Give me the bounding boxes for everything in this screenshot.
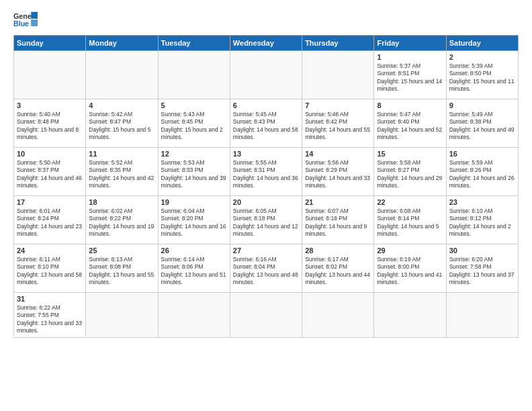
day-number: 12 (161, 150, 227, 158)
day-info: Sunrise: 5:56 AM Sunset: 8:29 PM Dayligh… (305, 159, 370, 189)
week-row-1: 3Sunrise: 5:40 AM Sunset: 8:48 PM Daylig… (14, 99, 519, 148)
day-info: Sunrise: 6:08 AM Sunset: 8:14 PM Dayligh… (377, 208, 439, 237)
day-number: 24 (17, 246, 83, 255)
day-number: 13 (233, 150, 299, 158)
day-info: Sunrise: 6:11 AM Sunset: 8:10 PM Dayligh… (17, 256, 82, 285)
day-number: 14 (305, 150, 371, 158)
day-info: Sunrise: 6:10 AM Sunset: 8:12 PM Dayligh… (449, 208, 511, 237)
day-info: Sunrise: 6:02 AM Sunset: 8:22 PM Dayligh… (89, 208, 154, 237)
day-number: 7 (305, 101, 371, 109)
day-number: 23 (449, 198, 515, 206)
day-info: Sunrise: 6:17 AM Sunset: 8:02 PM Dayligh… (305, 256, 370, 285)
day-info: Sunrise: 6:19 AM Sunset: 8:00 PM Dayligh… (377, 256, 442, 285)
header: General Blue (13, 11, 519, 30)
day-cell: 28Sunrise: 6:17 AM Sunset: 8:02 PM Dayli… (302, 244, 374, 293)
day-cell: 15Sunrise: 5:58 AM Sunset: 8:27 PM Dayli… (374, 148, 446, 196)
day-number: 18 (89, 198, 154, 206)
day-info: Sunrise: 5:58 AM Sunset: 8:27 PM Dayligh… (377, 159, 442, 189)
day-cell: 27Sunrise: 6:16 AM Sunset: 8:04 PM Dayli… (230, 244, 302, 293)
day-cell (158, 51, 230, 99)
day-info: Sunrise: 5:47 AM Sunset: 8:40 PM Dayligh… (377, 111, 442, 140)
svg-marker-3 (31, 19, 38, 26)
weekday-header-saturday: Saturday (446, 36, 518, 51)
day-number: 25 (89, 246, 154, 255)
day-info: Sunrise: 6:13 AM Sunset: 8:08 PM Dayligh… (89, 256, 154, 285)
weekday-header-tuesday: Tuesday (158, 36, 230, 51)
day-info: Sunrise: 5:45 AM Sunset: 8:43 PM Dayligh… (233, 111, 298, 140)
week-row-2: 10Sunrise: 5:50 AM Sunset: 8:37 PM Dayli… (14, 148, 519, 196)
day-cell (374, 293, 446, 338)
day-cell: 26Sunrise: 6:14 AM Sunset: 8:06 PM Dayli… (158, 244, 230, 293)
day-cell (86, 293, 158, 338)
day-number: 15 (377, 150, 443, 158)
day-number: 10 (17, 150, 83, 158)
day-info: Sunrise: 5:42 AM Sunset: 8:47 PM Dayligh… (89, 111, 150, 140)
day-cell (158, 293, 230, 338)
day-number: 19 (161, 198, 227, 206)
day-cell: 4Sunrise: 5:42 AM Sunset: 8:47 PM Daylig… (86, 99, 158, 148)
day-cell: 20Sunrise: 6:05 AM Sunset: 8:18 PM Dayli… (230, 196, 302, 244)
day-number: 8 (377, 101, 443, 109)
day-info: Sunrise: 5:49 AM Sunset: 8:38 PM Dayligh… (449, 111, 515, 140)
day-cell (446, 293, 518, 338)
day-info: Sunrise: 6:22 AM Sunset: 7:55 PM Dayligh… (17, 304, 82, 334)
day-number: 20 (233, 198, 299, 206)
weekday-header-monday: Monday (86, 36, 158, 51)
day-cell: 25Sunrise: 6:13 AM Sunset: 8:08 PM Dayli… (86, 244, 158, 293)
day-info: Sunrise: 5:46 AM Sunset: 8:42 PM Dayligh… (305, 111, 370, 140)
day-cell: 23Sunrise: 6:10 AM Sunset: 8:12 PM Dayli… (446, 196, 518, 244)
day-cell: 22Sunrise: 6:08 AM Sunset: 8:14 PM Dayli… (374, 196, 446, 244)
day-info: Sunrise: 5:50 AM Sunset: 8:37 PM Dayligh… (17, 159, 82, 189)
week-row-0: 1Sunrise: 5:37 AM Sunset: 8:51 PM Daylig… (14, 51, 519, 99)
day-info: Sunrise: 5:52 AM Sunset: 8:35 PM Dayligh… (89, 159, 154, 189)
day-info: Sunrise: 5:55 AM Sunset: 8:31 PM Dayligh… (233, 159, 298, 189)
day-cell: 6Sunrise: 5:45 AM Sunset: 8:43 PM Daylig… (230, 99, 302, 148)
page: General Blue SundayMondayTuesdayWednesda… (0, 0, 532, 411)
weekday-header-thursday: Thursday (302, 36, 374, 51)
day-number: 27 (233, 246, 299, 255)
day-info: Sunrise: 5:43 AM Sunset: 8:45 PM Dayligh… (161, 111, 223, 140)
day-number: 29 (377, 246, 443, 255)
day-number: 17 (17, 198, 83, 206)
day-number: 5 (161, 101, 227, 109)
day-number: 9 (449, 101, 515, 109)
day-info: Sunrise: 5:59 AM Sunset: 8:26 PM Dayligh… (449, 159, 515, 189)
generalblue-icon: General Blue (13, 11, 38, 30)
day-number: 11 (89, 150, 154, 158)
day-info: Sunrise: 6:07 AM Sunset: 8:16 PM Dayligh… (305, 208, 367, 237)
day-cell: 1Sunrise: 5:37 AM Sunset: 8:51 PM Daylig… (374, 51, 446, 99)
day-info: Sunrise: 6:05 AM Sunset: 8:18 PM Dayligh… (233, 208, 298, 237)
week-row-3: 17Sunrise: 6:01 AM Sunset: 8:24 PM Dayli… (14, 196, 519, 244)
svg-text:Blue: Blue (13, 19, 29, 28)
day-cell: 8Sunrise: 5:47 AM Sunset: 8:40 PM Daylig… (374, 99, 446, 148)
day-cell: 29Sunrise: 6:19 AM Sunset: 8:00 PM Dayli… (374, 244, 446, 293)
day-cell: 9Sunrise: 5:49 AM Sunset: 8:38 PM Daylig… (446, 99, 518, 148)
day-number: 31 (17, 295, 83, 303)
day-cell: 14Sunrise: 5:56 AM Sunset: 8:29 PM Dayli… (302, 148, 374, 196)
day-number: 28 (305, 246, 371, 255)
day-info: Sunrise: 6:16 AM Sunset: 8:04 PM Dayligh… (233, 256, 298, 285)
day-number: 16 (449, 150, 515, 158)
day-cell: 3Sunrise: 5:40 AM Sunset: 8:48 PM Daylig… (14, 99, 86, 148)
day-number: 6 (233, 101, 299, 109)
day-info: Sunrise: 6:04 AM Sunset: 8:20 PM Dayligh… (161, 208, 226, 237)
day-cell (230, 51, 302, 99)
day-cell: 24Sunrise: 6:11 AM Sunset: 8:10 PM Dayli… (14, 244, 86, 293)
weekday-header-sunday: Sunday (14, 36, 86, 51)
day-cell: 17Sunrise: 6:01 AM Sunset: 8:24 PM Dayli… (14, 196, 86, 244)
weekday-header-row: SundayMondayTuesdayWednesdayThursdayFrid… (14, 36, 519, 51)
logo: General Blue (13, 11, 38, 30)
day-cell: 21Sunrise: 6:07 AM Sunset: 8:16 PM Dayli… (302, 196, 374, 244)
svg-marker-2 (31, 12, 38, 19)
calendar-table: SundayMondayTuesdayWednesdayThursdayFrid… (13, 35, 519, 338)
day-cell: 18Sunrise: 6:02 AM Sunset: 8:22 PM Dayli… (86, 196, 158, 244)
day-number: 1 (377, 53, 443, 61)
week-row-5: 31Sunrise: 6:22 AM Sunset: 7:55 PM Dayli… (14, 293, 519, 338)
weekday-header-wednesday: Wednesday (230, 36, 302, 51)
day-number: 21 (305, 198, 371, 206)
day-info: Sunrise: 5:53 AM Sunset: 8:33 PM Dayligh… (161, 159, 226, 189)
day-cell: 7Sunrise: 5:46 AM Sunset: 8:42 PM Daylig… (302, 99, 374, 148)
day-info: Sunrise: 6:14 AM Sunset: 8:06 PM Dayligh… (161, 256, 226, 285)
day-cell: 11Sunrise: 5:52 AM Sunset: 8:35 PM Dayli… (86, 148, 158, 196)
day-cell: 5Sunrise: 5:43 AM Sunset: 8:45 PM Daylig… (158, 99, 230, 148)
